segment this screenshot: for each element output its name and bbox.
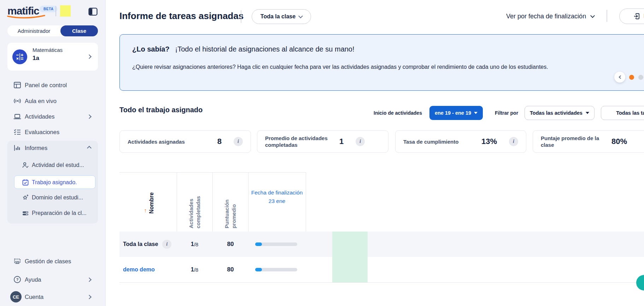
info-icon[interactable]: i — [509, 137, 518, 146]
sidebar-item-trabajo-asignado[interactable]: Trabajo asignado. — [0, 175, 106, 190]
chevron-right-icon — [87, 114, 92, 119]
filter-by-label: Filtrar por — [495, 110, 518, 116]
score-cell: 80 — [213, 232, 248, 257]
progress-bar — [255, 268, 297, 271]
checklist-icon — [13, 128, 21, 136]
completed-cell: 1/8 — [177, 232, 212, 257]
carousel-dot[interactable] — [638, 75, 643, 80]
info-banner: ¿Lo sabía?¡Todo el historial de asignaci… — [119, 34, 644, 91]
chevron-down-icon — [590, 13, 595, 18]
logo-swoosh — [7, 15, 46, 19]
chevron-up-icon — [87, 146, 92, 150]
divider — [241, 10, 241, 23]
assigned-work-icon — [22, 179, 29, 186]
banner-body: ¿Quiere revisar asignaciones anteriores?… — [132, 64, 548, 70]
sidebar-item-actividad-del-estudiante[interactable]: Actividad del estud... — [0, 158, 106, 172]
student-activity-icon — [22, 162, 29, 169]
table-row-demo-demo: demo demo 1/8 80 — [119, 257, 644, 282]
sidebar-item-ayuda[interactable]: ? Ayuda — [0, 272, 106, 287]
table-row-toda-la-clase: Toda la clase i 1/8 80 — [119, 232, 644, 257]
sidebar-item-evaluaciones[interactable]: Evaluaciones — [0, 124, 106, 140]
stat-card-assigned: Actividades asignadas 8 i — [119, 130, 251, 153]
table-bottom-border — [119, 282, 644, 283]
stat-card-avg-completed: Promedio de actividades completadas 1 i — [257, 130, 388, 153]
tasks-filter-dropdown[interactable]: Todas las tarea — [601, 106, 644, 120]
score-cell-highlight — [332, 257, 368, 282]
column-header-nombre[interactable]: → Nombre — [120, 196, 176, 210]
activities-filter-dropdown[interactable]: Todas las actividades — [525, 106, 595, 120]
triangle-down-icon — [586, 112, 589, 114]
date-range-dropdown[interactable]: ene 19 - ene 19 — [429, 106, 483, 120]
beta-badge: BETA — [40, 6, 57, 12]
info-icon[interactable]: i — [356, 137, 365, 146]
sidebar-item-cuenta[interactable]: CE Cuenta — [0, 289, 106, 305]
math-subject-icon — [12, 49, 27, 64]
view-by-dropdown[interactable]: Ver por fecha de finalización — [506, 13, 594, 20]
divider — [607, 10, 607, 22]
page-title: Informe de tareas asignadas — [119, 11, 244, 22]
account-avatar: CE — [10, 291, 22, 302]
yellow-highlight-square — [60, 5, 71, 17]
class-management-icon — [13, 257, 21, 265]
score-cell: 80 — [213, 257, 248, 282]
triangle-down-icon — [474, 112, 478, 114]
carousel-prev-button[interactable] — [614, 72, 625, 83]
svg-text:?: ? — [16, 277, 19, 282]
export-button[interactable]: Expo — [619, 8, 644, 24]
table-top-border — [119, 172, 306, 173]
chevron-right-icon — [87, 295, 92, 299]
sidebar-item-actividades[interactable]: Actividades — [0, 109, 106, 124]
mode-class-button[interactable]: Clase — [60, 25, 98, 36]
section-title: Todo el trabajo asignado — [119, 106, 203, 114]
export-icon — [633, 13, 640, 20]
info-icon[interactable]: i — [234, 137, 243, 146]
mode-admin-button[interactable]: Administrador — [7, 25, 60, 36]
help-icon: ? — [13, 276, 21, 283]
sidebar-item-informes[interactable]: Informes — [0, 140, 106, 156]
sidebar-collapse-icon[interactable] — [88, 7, 98, 16]
stacked-bars-icon — [22, 210, 29, 217]
progress-fill — [255, 268, 262, 271]
sidebar-item-aula-en-vivo[interactable]: Aula en vivo — [0, 93, 106, 109]
start-of-activities-label: Inicio de actividades — [374, 110, 422, 116]
sidebar: matific BETA Administrador Clase Matemát… — [0, 0, 106, 306]
class-filter-dropdown[interactable]: Toda la clase — [252, 9, 311, 24]
sidebar-item-preparacion-de-la-clase[interactable]: Preparación de la cl... — [0, 206, 106, 220]
mode-toggle: Administrador Clase — [7, 25, 98, 36]
bar-chart-icon — [13, 144, 21, 152]
sidebar-item-gestion-de-clases[interactable]: Gestión de clases — [0, 253, 106, 269]
class-name: 1a — [33, 55, 39, 62]
chevron-left-icon — [619, 76, 622, 79]
info-icon[interactable]: i — [162, 240, 171, 249]
live-broadcast-icon — [13, 97, 21, 105]
sort-ascending-icon: → — [141, 208, 147, 214]
progress-bar — [255, 242, 297, 246]
stat-card-compliance: Tasa de cumplimiento 13% i — [395, 130, 526, 153]
sidebar-item-panel-de-control[interactable]: Panel de control — [0, 77, 106, 93]
stat-card-avg-score: Puntaje promedio de la clase 80% — [533, 130, 644, 153]
star-plus-icon — [22, 194, 29, 201]
laptop-icon — [13, 113, 21, 120]
completed-cell: 1/8 — [177, 257, 212, 282]
carousel-dot-active[interactable] — [629, 75, 634, 80]
chevron-right-icon — [87, 277, 92, 282]
student-link[interactable]: demo demo — [123, 266, 155, 273]
chevron-down-icon — [298, 14, 303, 18]
divider — [55, 6, 56, 16]
column-header-fecha-finalizacion[interactable]: Fecha de finalización 23 ene — [248, 188, 306, 205]
sidebar-item-dominio-del-estudiante[interactable]: Dominio del estudi... — [0, 191, 106, 205]
score-cell-highlight — [332, 232, 368, 257]
class-subject: Matemáticas — [33, 47, 63, 53]
dashboard-icon — [13, 81, 21, 89]
banner-title: ¿Lo sabía?¡Todo el historial de asignaci… — [132, 45, 355, 53]
progress-fill — [255, 242, 262, 246]
